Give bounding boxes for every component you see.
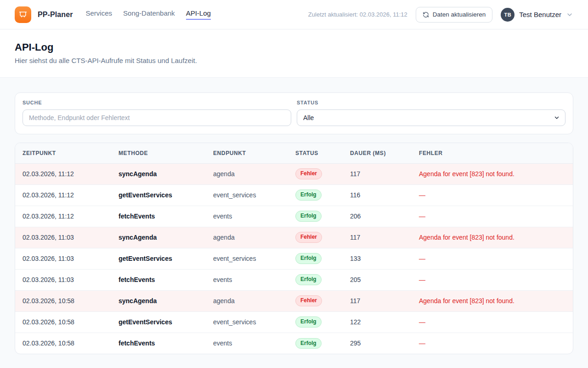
status-badge: Erfolg <box>295 274 322 285</box>
status-badge: Fehler <box>295 232 322 242</box>
cell-status: Erfolg <box>288 248 343 269</box>
cell-fehler: Agenda for event [823] not found. <box>412 163 573 184</box>
refresh-data-button[interactable]: Daten aktualisieren <box>416 7 493 23</box>
nav-item-api-log[interactable]: API-Log <box>186 9 211 20</box>
search-field-group: SUCHE <box>23 100 291 126</box>
refresh-button-label: Daten aktualisieren <box>433 11 486 18</box>
table-row: 02.03.2026, 11:03 fetchEvents events Erf… <box>15 269 573 290</box>
cell-methode: fetchEvents <box>111 206 206 227</box>
status-badge: Erfolg <box>295 316 322 327</box>
status-badge: Fehler <box>295 295 322 306</box>
cell-methode: syncAgenda <box>111 227 206 248</box>
table-row: 02.03.2026, 11:03 getEventServices event… <box>15 248 573 269</box>
cell-dauer: 295 <box>343 333 412 354</box>
status-badge: Erfolg <box>295 211 322 221</box>
cell-status: Erfolg <box>288 269 343 290</box>
cell-methode: getEventServices <box>111 248 206 269</box>
status-field-group: STATUS Alle <box>297 100 565 126</box>
cell-fehler: — <box>412 248 573 269</box>
column-header-dauer: DAUER (MS) <box>343 143 412 163</box>
log-table-body: 02.03.2026, 11:12 syncAgenda agenda Fehl… <box>15 163 573 354</box>
cell-endpunkt: event_services <box>206 184 288 206</box>
cell-dauer: 117 <box>343 163 412 184</box>
main-nav: Services Song-Datenbank API-Log <box>86 9 211 20</box>
cell-status: Fehler <box>288 290 343 311</box>
cell-methode: getEventServices <box>111 311 206 333</box>
status-label: STATUS <box>297 100 565 105</box>
cell-methode: syncAgenda <box>111 290 206 311</box>
status-badge: Erfolg <box>295 190 322 200</box>
cell-dauer: 117 <box>343 227 412 248</box>
cell-endpunkt: events <box>206 269 288 290</box>
refresh-icon <box>423 12 429 18</box>
page-header: API-Log Hier siehst du alle CTS-API-Aufr… <box>0 29 588 78</box>
nav-item-services[interactable]: Services <box>86 9 113 20</box>
cell-endpunkt: agenda <box>206 163 288 184</box>
page-subtitle: Hier siehst du alle CTS-API-Aufrufe mit … <box>15 57 573 64</box>
page-title: API-Log <box>15 41 573 53</box>
cell-endpunkt: events <box>206 206 288 227</box>
cell-endpunkt: events <box>206 333 288 354</box>
column-header-zeitpunkt: ZEITPUNKT <box>15 143 111 163</box>
cell-zeitpunkt: 02.03.2026, 11:03 <box>15 227 111 248</box>
cell-status: Fehler <box>288 227 343 248</box>
column-header-status: STATUS <box>288 143 343 163</box>
column-header-methode: METHODE <box>111 143 206 163</box>
column-header-endpunkt: ENDPUNKT <box>206 143 288 163</box>
table-row: 02.03.2026, 11:12 syncAgenda agenda Fehl… <box>15 163 573 184</box>
cell-dauer: 122 <box>343 311 412 333</box>
search-input[interactable] <box>23 109 291 126</box>
cell-fehler: Agenda for event [823] not found. <box>412 290 573 311</box>
cell-fehler: Agenda for event [823] not found. <box>412 227 573 248</box>
cell-methode: fetchEvents <box>111 269 206 290</box>
cell-status: Erfolg <box>288 184 343 206</box>
cell-endpunkt: agenda <box>206 227 288 248</box>
status-select[interactable]: Alle <box>297 109 565 126</box>
status-badge: Fehler <box>295 168 322 179</box>
table-row: 02.03.2026, 10:58 fetchEvents events Erf… <box>15 333 573 354</box>
cell-fehler: — <box>412 333 573 354</box>
cell-fehler: — <box>412 206 573 227</box>
user-name: Test Benutzer <box>519 11 561 18</box>
table-header-row: ZEITPUNKT METHODE ENDPUNKT STATUS DAUER … <box>15 143 573 163</box>
cell-zeitpunkt: 02.03.2026, 11:12 <box>15 206 111 227</box>
top-navbar: PP-Planer Services Song-Datenbank API-Lo… <box>0 0 588 29</box>
search-label: SUCHE <box>23 100 291 105</box>
cell-zeitpunkt: 02.03.2026, 11:03 <box>15 269 111 290</box>
filter-card: SUCHE STATUS Alle <box>15 92 573 134</box>
cell-endpunkt: event_services <box>206 248 288 269</box>
cell-dauer: 206 <box>343 206 412 227</box>
status-badge: Erfolg <box>295 253 322 264</box>
cell-zeitpunkt: 02.03.2026, 11:12 <box>15 163 111 184</box>
cell-status: Erfolg <box>288 311 343 333</box>
status-badge: Erfolg <box>295 338 322 349</box>
cell-status: Fehler <box>288 163 343 184</box>
cell-status: Erfolg <box>288 206 343 227</box>
cell-zeitpunkt: 02.03.2026, 10:58 <box>15 333 111 354</box>
table-row: 02.03.2026, 11:12 getEventServices event… <box>15 184 573 206</box>
api-log-table: ZEITPUNKT METHODE ENDPUNKT STATUS DAUER … <box>15 143 573 354</box>
cell-fehler: — <box>412 184 573 206</box>
table-row: 02.03.2026, 10:58 getEventServices event… <box>15 311 573 333</box>
api-log-table-card: ZEITPUNKT METHODE ENDPUNKT STATUS DAUER … <box>15 143 573 354</box>
cell-zeitpunkt: 02.03.2026, 11:12 <box>15 184 111 206</box>
cell-zeitpunkt: 02.03.2026, 10:58 <box>15 311 111 333</box>
app-logo[interactable] <box>15 6 31 23</box>
cell-methode: getEventServices <box>111 184 206 206</box>
cell-fehler: — <box>412 311 573 333</box>
cell-zeitpunkt: 02.03.2026, 11:03 <box>15 248 111 269</box>
cell-methode: syncAgenda <box>111 163 206 184</box>
user-menu[interactable]: TB Test Benutzer <box>501 8 573 22</box>
table-row: 02.03.2026, 10:58 syncAgenda agenda Fehl… <box>15 290 573 311</box>
nav-item-song-datenbank[interactable]: Song-Datenbank <box>123 9 175 20</box>
cell-endpunkt: agenda <box>206 290 288 311</box>
cell-dauer: 133 <box>343 248 412 269</box>
main-content: SUCHE STATUS Alle ZEITPUNKT METHODE ENDP… <box>0 78 588 368</box>
presentation-icon <box>18 10 28 19</box>
avatar: TB <box>501 8 514 22</box>
brand-name: PP-Planer <box>38 11 73 19</box>
cell-endpunkt: event_services <box>206 311 288 333</box>
cell-dauer: 117 <box>343 290 412 311</box>
table-row: 02.03.2026, 11:03 syncAgenda agenda Fehl… <box>15 227 573 248</box>
cell-status: Erfolg <box>288 333 343 354</box>
